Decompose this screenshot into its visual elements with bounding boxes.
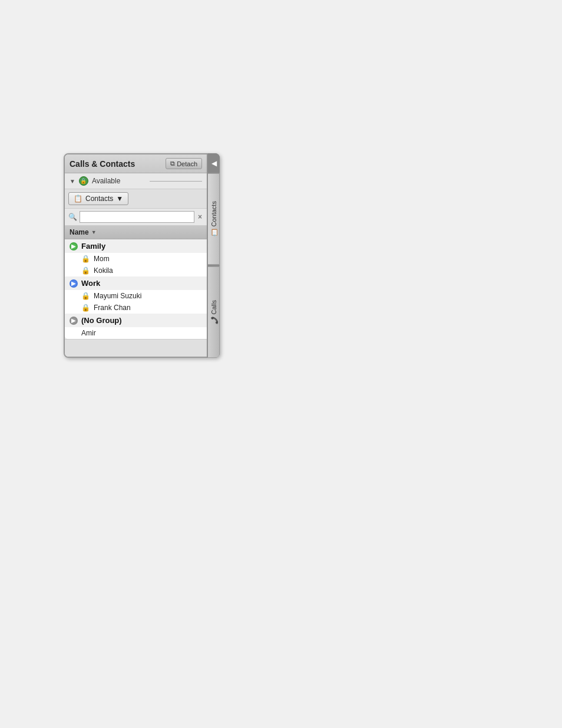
contact-kokila[interactable]: 🔒 Kokila bbox=[65, 265, 207, 276]
calls-contacts-panel: Calls & Contacts ⧉ Detach ▼ Available 📋 … bbox=[64, 153, 208, 358]
dropdown-chevron-icon: ▼ bbox=[116, 195, 123, 203]
status-line bbox=[150, 181, 202, 182]
status-text: Available bbox=[92, 177, 144, 185]
status-dropdown-arrow[interactable]: ▼ bbox=[70, 178, 75, 185]
status-bar: ▼ Available bbox=[65, 173, 207, 189]
group-name-nogroup: (No Group) bbox=[81, 316, 122, 325]
panel-title: Calls & Contacts bbox=[70, 159, 135, 169]
contact-presence-icon: 🔒 bbox=[81, 304, 90, 312]
side-tabs-panel: ◀ 📋 Contacts 📞 Calls bbox=[208, 153, 220, 358]
group-expand-icon: ▶ bbox=[70, 242, 78, 251]
name-column-label: Name bbox=[70, 228, 89, 236]
collapse-button[interactable]: ◀ bbox=[208, 153, 220, 173]
group-expand-icon: ▶ bbox=[70, 317, 78, 325]
presence-icon bbox=[79, 176, 88, 186]
group-work[interactable]: ▶ Work bbox=[65, 276, 207, 290]
contact-name: Mom bbox=[94, 255, 110, 263]
contacts-book-icon: 📋 bbox=[74, 195, 82, 203]
column-header: Name ▼ bbox=[65, 226, 207, 239]
group-name-work: Work bbox=[81, 279, 100, 288]
tab-calls[interactable]: 📞 Calls bbox=[208, 266, 220, 358]
clear-search-button[interactable]: × bbox=[197, 213, 203, 221]
contacts-dropdown[interactable]: 📋 Contacts ▼ bbox=[68, 192, 128, 205]
sort-icon: ▼ bbox=[91, 229, 97, 235]
contact-frank[interactable]: 🔒 Frank Chan bbox=[65, 302, 207, 314]
contact-name: Frank Chan bbox=[94, 304, 131, 312]
group-family[interactable]: ▶ Family bbox=[65, 239, 207, 253]
contact-mayumi[interactable]: 🔒 Mayumi Suzuki bbox=[65, 290, 207, 302]
contacts-tab-label: Contacts bbox=[210, 202, 217, 227]
contacts-list: ▶ Family 🔒 Mom 🔒 Kokila ▶ Work 🔒 Mayumi … bbox=[65, 239, 207, 339]
detach-button[interactable]: ⧉ Detach bbox=[166, 158, 202, 169]
group-name-family: Family bbox=[81, 242, 105, 251]
contact-amir[interactable]: Amir bbox=[65, 327, 207, 339]
calls-tab-label: Calls bbox=[210, 300, 217, 314]
contact-presence-icon: 🔒 bbox=[81, 266, 90, 275]
panel-header: Calls & Contacts ⧉ Detach bbox=[65, 154, 207, 173]
group-expand-icon: ▶ bbox=[70, 279, 78, 288]
contact-name: Amir bbox=[81, 329, 96, 337]
collapse-arrow-icon: ◀ bbox=[211, 159, 217, 167]
contact-name: Mayumi Suzuki bbox=[94, 292, 141, 300]
tab-contacts[interactable]: 📋 Contacts bbox=[208, 173, 220, 265]
group-nogroup[interactable]: ▶ (No Group) bbox=[65, 314, 207, 327]
search-row: 🔍 × bbox=[65, 209, 207, 226]
search-icon: 🔍 bbox=[68, 213, 77, 221]
contact-presence-icon: 🔒 bbox=[81, 292, 90, 300]
contact-name: Kokila bbox=[94, 266, 113, 275]
search-input[interactable] bbox=[80, 211, 194, 223]
contact-presence-icon: 🔒 bbox=[81, 255, 90, 263]
calls-tab-icon: 📞 bbox=[210, 317, 217, 324]
contact-mom[interactable]: 🔒 Mom bbox=[65, 253, 207, 265]
panel-footer bbox=[65, 339, 207, 357]
detach-icon: ⧉ bbox=[170, 160, 175, 167]
contacts-tab-icon: 📋 bbox=[210, 229, 217, 237]
toolbar: 📋 Contacts ▼ bbox=[65, 189, 207, 209]
